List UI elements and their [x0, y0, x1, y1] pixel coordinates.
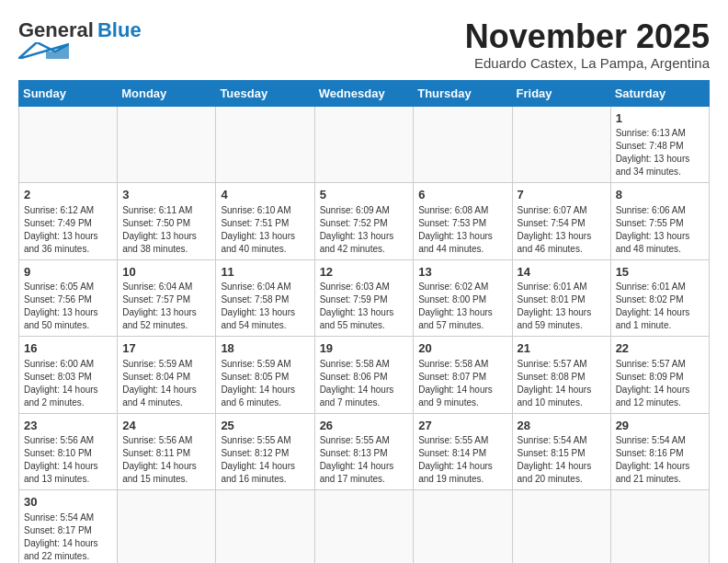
logo-icon: [18, 42, 69, 59]
day-info: Sunrise: 6:06 AM Sunset: 7:55 PM Dayligh…: [616, 204, 704, 256]
header-thursday: Thursday: [414, 80, 512, 106]
day-info: Sunrise: 6:01 AM Sunset: 8:02 PM Dayligh…: [616, 281, 704, 332]
day-number: 3: [122, 187, 210, 203]
day-info: Sunrise: 6:00 AM Sunset: 8:03 PM Dayligh…: [24, 358, 112, 409]
day-cell: [118, 490, 216, 563]
day-cell: 29Sunrise: 5:54 AM Sunset: 8:16 PM Dayli…: [610, 413, 709, 490]
day-number: 11: [221, 264, 309, 281]
day-cell: 12Sunrise: 6:03 AM Sunset: 7:59 PM Dayli…: [314, 259, 414, 337]
day-number: 10: [122, 264, 210, 281]
day-cell: [610, 490, 709, 563]
day-info: Sunrise: 5:55 AM Sunset: 8:14 PM Dayligh…: [418, 434, 506, 486]
day-number: 16: [24, 340, 112, 357]
day-number: 12: [320, 264, 409, 281]
week-row-3: 16Sunrise: 6:00 AM Sunset: 8:03 PM Dayli…: [19, 337, 710, 414]
day-info: Sunrise: 6:01 AM Sunset: 8:01 PM Dayligh…: [518, 281, 606, 332]
day-cell: 4Sunrise: 6:10 AM Sunset: 7:51 PM Daylig…: [216, 183, 314, 260]
day-cell: [414, 106, 512, 183]
day-cell: 25Sunrise: 5:55 AM Sunset: 8:12 PM Dayli…: [216, 413, 314, 490]
day-cell: 18Sunrise: 5:59 AM Sunset: 8:05 PM Dayli…: [216, 337, 314, 414]
week-row-4: 23Sunrise: 5:56 AM Sunset: 8:10 PM Dayli…: [19, 413, 710, 490]
day-info: Sunrise: 6:12 AM Sunset: 7:49 PM Dayligh…: [24, 204, 112, 256]
day-cell: 11Sunrise: 6:04 AM Sunset: 7:58 PM Dayli…: [216, 259, 314, 337]
day-number: 21: [518, 340, 606, 357]
day-cell: 13Sunrise: 6:02 AM Sunset: 8:00 PM Dayli…: [414, 259, 512, 337]
day-cell: 28Sunrise: 5:54 AM Sunset: 8:15 PM Dayli…: [512, 413, 610, 490]
day-info: Sunrise: 5:54 AM Sunset: 8:15 PM Dayligh…: [518, 434, 606, 486]
day-number: 25: [221, 418, 309, 434]
calendar-header-row: SundayMondayTuesdayWednesdayThursdayFrid…: [19, 80, 710, 106]
day-cell: [118, 106, 216, 183]
day-info: Sunrise: 5:58 AM Sunset: 8:06 PM Dayligh…: [320, 358, 409, 409]
day-cell: 26Sunrise: 5:55 AM Sunset: 8:13 PM Dayli…: [314, 413, 414, 490]
month-title: November 2025: [465, 18, 710, 55]
day-cell: 24Sunrise: 5:56 AM Sunset: 8:11 PM Dayli…: [118, 413, 216, 490]
header-friday: Friday: [512, 80, 610, 106]
day-cell: 19Sunrise: 5:58 AM Sunset: 8:06 PM Dayli…: [314, 337, 414, 414]
day-info: Sunrise: 6:04 AM Sunset: 7:57 PM Dayligh…: [122, 281, 210, 332]
day-cell: 6Sunrise: 6:08 AM Sunset: 7:53 PM Daylig…: [414, 183, 512, 260]
day-info: Sunrise: 5:57 AM Sunset: 8:08 PM Dayligh…: [518, 358, 606, 409]
day-cell: 7Sunrise: 6:07 AM Sunset: 7:54 PM Daylig…: [512, 183, 610, 260]
day-cell: 2Sunrise: 6:12 AM Sunset: 7:49 PM Daylig…: [19, 183, 118, 260]
calendar: SundayMondayTuesdayWednesdayThursdayFrid…: [18, 80, 710, 563]
day-cell: [512, 490, 610, 563]
day-number: 1: [616, 110, 704, 127]
day-cell: 23Sunrise: 5:56 AM Sunset: 8:10 PM Dayli…: [19, 413, 118, 490]
day-number: 19: [320, 340, 409, 357]
day-cell: 8Sunrise: 6:06 AM Sunset: 7:55 PM Daylig…: [610, 183, 709, 260]
day-number: 7: [518, 187, 606, 203]
day-info: Sunrise: 6:05 AM Sunset: 7:56 PM Dayligh…: [24, 281, 112, 332]
day-number: 17: [122, 340, 210, 357]
day-info: Sunrise: 5:57 AM Sunset: 8:09 PM Dayligh…: [616, 358, 704, 409]
day-info: Sunrise: 6:08 AM Sunset: 7:53 PM Dayligh…: [418, 204, 506, 256]
logo: General Blue: [18, 18, 142, 59]
day-number: 20: [418, 340, 506, 357]
day-info: Sunrise: 5:55 AM Sunset: 8:13 PM Dayligh…: [320, 434, 409, 486]
location-subtitle: Eduardo Castex, La Pampa, Argentina: [465, 55, 710, 71]
day-number: 22: [616, 340, 704, 357]
day-info: Sunrise: 5:59 AM Sunset: 8:05 PM Dayligh…: [221, 358, 309, 409]
day-cell: 14Sunrise: 6:01 AM Sunset: 8:01 PM Dayli…: [512, 259, 610, 337]
day-cell: [19, 106, 118, 183]
day-cell: [512, 106, 610, 183]
day-cell: 15Sunrise: 6:01 AM Sunset: 8:02 PM Dayli…: [610, 259, 709, 337]
day-number: 14: [518, 264, 606, 281]
day-number: 8: [616, 187, 704, 203]
day-info: Sunrise: 6:11 AM Sunset: 7:50 PM Dayligh…: [122, 204, 210, 256]
day-info: Sunrise: 6:09 AM Sunset: 7:52 PM Dayligh…: [320, 204, 409, 256]
day-number: 23: [24, 418, 112, 434]
day-info: Sunrise: 6:13 AM Sunset: 7:48 PM Dayligh…: [616, 127, 704, 178]
day-info: Sunrise: 5:54 AM Sunset: 8:17 PM Dayligh…: [24, 511, 112, 563]
day-info: Sunrise: 5:56 AM Sunset: 8:11 PM Dayligh…: [122, 434, 210, 486]
day-info: Sunrise: 6:07 AM Sunset: 7:54 PM Dayligh…: [518, 204, 606, 256]
header-tuesday: Tuesday: [216, 80, 314, 106]
day-cell: 1Sunrise: 6:13 AM Sunset: 7:48 PM Daylig…: [610, 106, 709, 183]
day-cell: [314, 106, 414, 183]
day-cell: 5Sunrise: 6:09 AM Sunset: 7:52 PM Daylig…: [314, 183, 414, 260]
day-number: 24: [122, 418, 210, 434]
day-info: Sunrise: 6:10 AM Sunset: 7:51 PM Dayligh…: [221, 204, 309, 256]
day-cell: 20Sunrise: 5:58 AM Sunset: 8:07 PM Dayli…: [414, 337, 512, 414]
day-cell: 30Sunrise: 5:54 AM Sunset: 8:17 PM Dayli…: [19, 490, 118, 563]
week-row-1: 2Sunrise: 6:12 AM Sunset: 7:49 PM Daylig…: [19, 183, 710, 260]
day-info: Sunrise: 5:58 AM Sunset: 8:07 PM Dayligh…: [418, 358, 506, 409]
day-cell: 9Sunrise: 6:05 AM Sunset: 7:56 PM Daylig…: [19, 259, 118, 337]
day-info: Sunrise: 6:03 AM Sunset: 7:59 PM Dayligh…: [320, 281, 409, 332]
day-number: 15: [616, 264, 704, 281]
day-number: 5: [320, 187, 409, 203]
day-info: Sunrise: 5:56 AM Sunset: 8:10 PM Dayligh…: [24, 434, 112, 486]
week-row-2: 9Sunrise: 6:05 AM Sunset: 7:56 PM Daylig…: [19, 259, 710, 337]
day-info: Sunrise: 5:55 AM Sunset: 8:12 PM Dayligh…: [221, 434, 309, 486]
day-number: 26: [320, 418, 409, 434]
day-number: 4: [221, 187, 309, 203]
day-number: 6: [418, 187, 506, 203]
day-cell: 21Sunrise: 5:57 AM Sunset: 8:08 PM Dayli…: [512, 337, 610, 414]
day-info: Sunrise: 6:04 AM Sunset: 7:58 PM Dayligh…: [221, 281, 309, 332]
week-row-0: 1Sunrise: 6:13 AM Sunset: 7:48 PM Daylig…: [19, 106, 710, 183]
header: General Blue November 2025 Eduardo Caste…: [18, 18, 710, 71]
day-number: 27: [418, 418, 506, 434]
day-number: 18: [221, 340, 309, 357]
day-cell: 17Sunrise: 5:59 AM Sunset: 8:04 PM Dayli…: [118, 337, 216, 414]
day-cell: [314, 490, 414, 563]
